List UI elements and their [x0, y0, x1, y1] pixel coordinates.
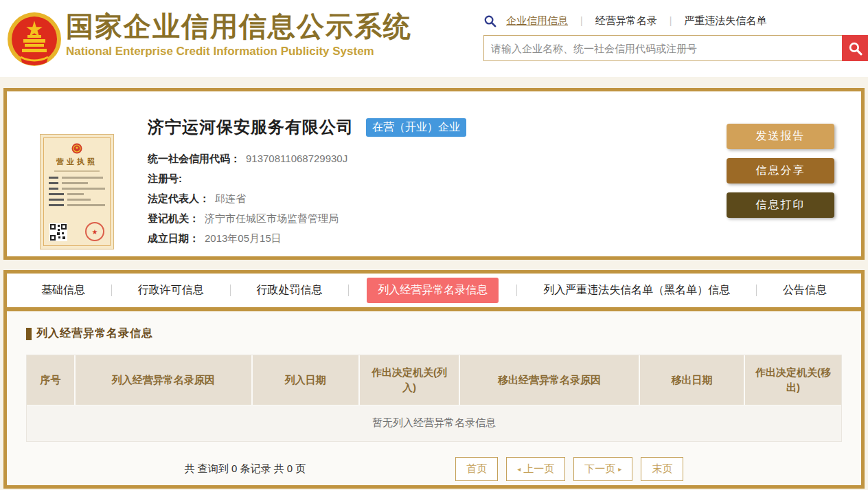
tab-basic-info[interactable]: 基础信息: [33, 278, 93, 303]
license-footer: ★: [48, 221, 106, 241]
search-button[interactable]: [842, 35, 868, 61]
field-legal-representative: 法定代表人： 邱连省: [148, 188, 466, 208]
license-emblem-icon: [71, 143, 82, 155]
nav-abnormal-operations-list[interactable]: 经营异常名录: [595, 14, 657, 27]
field-unified-credit-code: 统一社会信用代码： 91370811068729930J: [148, 148, 466, 168]
business-license-image[interactable]: 营业执照 ★: [40, 134, 114, 249]
prev-arrow-icon: ◂: [517, 465, 521, 473]
company-fields: 统一社会信用代码： 91370811068729930J 注册号: 法定代表人：…: [148, 148, 466, 248]
company-action-panel: 发送报告 信息分享 信息打印: [727, 124, 834, 227]
license-subline: [54, 170, 100, 172]
tab-separator: [230, 285, 231, 296]
search-bar: [483, 35, 868, 61]
section-title: 列入经营异常名录信息: [26, 326, 842, 341]
detail-tabbar: 基础信息 行政许可信息 行政处罚信息 列入经营异常名录信息 列入严重违法失信名单…: [7, 274, 861, 311]
first-page-button[interactable]: 首页: [455, 457, 498, 481]
pagination-summary: 共 查询到 0 条记录 共 0 页: [185, 463, 306, 476]
search-icon: [483, 14, 496, 27]
detail-panel: 基础信息 行政许可信息 行政处罚信息 列入经营异常名录信息 列入严重违法失信名单…: [3, 270, 865, 489]
license-text-line: [49, 193, 105, 195]
license-qr-code: [49, 223, 67, 241]
search-nav: 企业信用信息 | 经营异常名录 | 严重违法失信名单: [483, 12, 868, 29]
info-share-button[interactable]: 信息分享: [727, 158, 834, 183]
company-name: 济宁运河保安服务有限公司: [148, 116, 354, 138]
th-inclusion-reason: 列入经营异常名录原因: [76, 355, 252, 405]
next-arrow-icon: ▸: [618, 465, 621, 473]
nav-enterprise-credit-info[interactable]: 企业信用信息: [506, 14, 568, 27]
info-print-button[interactable]: 信息打印: [727, 192, 834, 218]
section-title-marker: [26, 328, 32, 340]
prev-page-button[interactable]: ◂ 上一页: [506, 457, 565, 481]
license-text-line: [49, 199, 105, 201]
th-decision-authority-removal: 作出决定机关(移出): [745, 355, 841, 405]
license-text-line: [49, 182, 105, 184]
th-inclusion-date: 列入日期: [253, 355, 361, 405]
license-text-line: [49, 188, 105, 190]
company-status-badge: 在营（开业）企业: [366, 118, 466, 137]
last-page-button[interactable]: 末页: [641, 457, 683, 481]
th-index: 序号: [27, 355, 76, 405]
pagination-buttons: 首页 ◂ 上一页 下一页 ▸ 末页: [455, 457, 683, 481]
company-search-input[interactable]: [483, 35, 842, 61]
field-establishment-date: 成立日期： 2013年05月15日: [148, 228, 466, 248]
company-main-info: 济宁运河保安服务有限公司 在营（开业）企业 统一社会信用代码： 91370811…: [148, 116, 466, 248]
tab-abnormal-operations-info[interactable]: 列入经营异常名录信息: [367, 278, 499, 303]
abnormal-operations-table: 序号 列入经营异常名录原因 列入日期 作出决定机关(列入) 移出经营异常名录原因…: [26, 355, 842, 442]
tab-admin-penalty-info[interactable]: 行政处罚信息: [249, 278, 331, 303]
th-decision-authority-inclusion: 作出决定机关(列入): [360, 355, 460, 405]
header-search-area: 企业信用信息 | 经营异常名录 | 严重违法失信名单: [483, 12, 868, 61]
tab-separator: [348, 285, 349, 296]
field-registration-number: 注册号:: [148, 168, 466, 188]
license-text-line: [49, 204, 105, 206]
company-summary-panel: 营业执照 ★ 济宁运河: [3, 88, 865, 260]
tab-separator: [756, 285, 757, 296]
nav-separator: |: [580, 15, 583, 26]
title-block: 国家企业信用信息公示系统 National Enterprise Credit …: [66, 11, 412, 58]
nav-serious-violations-list[interactable]: 严重违法失信名单: [684, 14, 766, 27]
next-page-button[interactable]: 下一页 ▸: [573, 457, 632, 481]
license-text-line: [49, 177, 105, 179]
tab-serious-violations-blacklist-info[interactable]: 列入严重违法失信名单（黑名单）信息: [535, 278, 738, 303]
site-subtitle: National Enterprise Credit Information P…: [66, 45, 412, 58]
send-report-button[interactable]: 发送报告: [727, 124, 834, 149]
business-license-inner: 营业执照 ★: [43, 137, 111, 246]
tab-separator: [516, 285, 517, 296]
site-header: 国家企业信用信息公示系统 National Enterprise Credit …: [0, 0, 868, 77]
abnormal-operations-section: 列入经营异常名录信息 序号 列入经营异常名录原因 列入日期 作出决定机关(列入)…: [7, 311, 861, 481]
th-removal-reason: 移出经营异常名录原因: [460, 355, 640, 405]
license-red-seal: ★: [85, 222, 104, 241]
table-header-row: 序号 列入经营异常名录原因 列入日期 作出决定机关(列入) 移出经营异常名录原因…: [27, 355, 841, 405]
table-empty-message: 暂无列入经营异常名录信息: [27, 405, 841, 441]
th-removal-date: 移出日期: [640, 355, 745, 405]
tab-admin-license-info[interactable]: 行政许可信息: [130, 278, 212, 303]
tab-separator: [111, 285, 112, 296]
field-registration-authority: 登记机关： 济宁市任城区市场监督管理局: [148, 208, 466, 228]
pagination: 共 查询到 0 条记录 共 0 页 首页 ◂ 上一页 下一页 ▸ 末页: [26, 457, 842, 481]
nav-separator: |: [670, 15, 672, 26]
license-title: 营业执照: [46, 157, 108, 167]
tab-announcement-info[interactable]: 公告信息: [775, 278, 835, 303]
search-button-icon: [848, 41, 863, 56]
site-title: 国家企业信用信息公示系统: [66, 11, 412, 41]
national-emblem-logo: [7, 9, 62, 69]
